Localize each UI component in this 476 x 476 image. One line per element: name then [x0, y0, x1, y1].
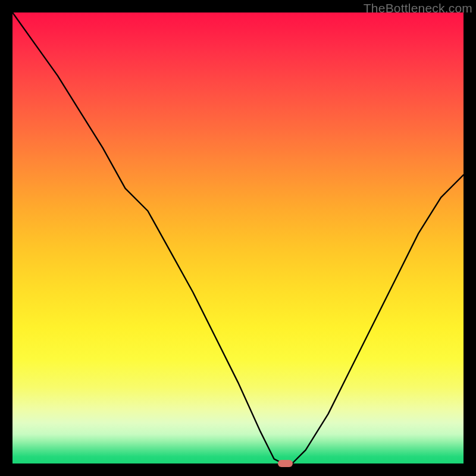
watermark-text: TheBottleneck.com [364, 1, 472, 15]
chart-frame: TheBottleneck.com [0, 0, 476, 476]
bottleneck-curve [12, 12, 464, 464]
plot-area [12, 12, 464, 464]
optimal-marker [278, 460, 292, 468]
